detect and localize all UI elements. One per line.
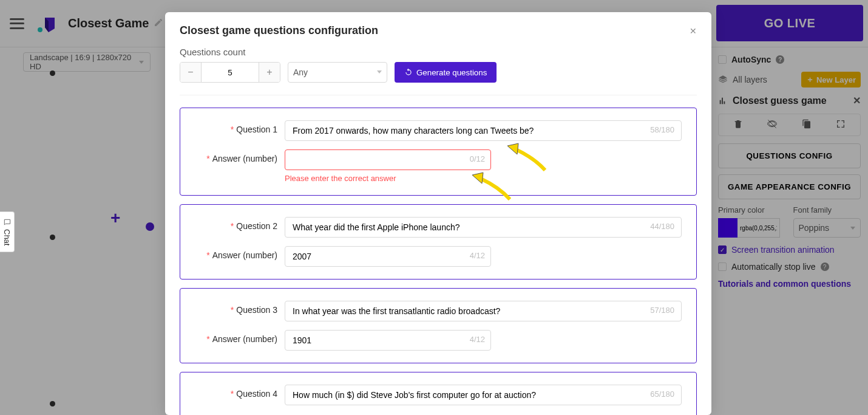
question-card: *Question 3 57/180 *Answer (number) 4/12 [180, 288, 697, 363]
modal-title: Closest game questions configuration [180, 24, 378, 37]
questions-count-stepper: − + [180, 62, 280, 83]
questions-config-modal: Closest game questions configuration ✕ Q… [165, 12, 711, 415]
controls-row: − + Any Generate questions [180, 62, 697, 95]
question-card: *Question 1 58/180 *Answer (number) 0/12… [180, 108, 697, 196]
chat-icon [3, 218, 12, 227]
question-row: *Question 3 57/180 [195, 301, 682, 321]
answer-label: *Answer (number) [195, 246, 285, 260]
category-select[interactable]: Any [288, 62, 387, 83]
char-count: 65/180 [650, 389, 674, 399]
close-modal-icon[interactable]: ✕ [690, 26, 697, 36]
answer-input[interactable] [285, 330, 491, 351]
answer-row: *Answer (number) 4/12 [195, 246, 682, 267]
chat-label: Chat [2, 229, 12, 245]
question-row: *Question 4 65/180 [195, 385, 682, 405]
answer-row: *Answer (number) 4/12 [195, 330, 682, 351]
question-label: *Question 1 [195, 120, 285, 134]
question-row: *Question 2 44/180 [195, 217, 682, 238]
question-input[interactable] [285, 385, 682, 405]
error-message: Please enter the correct answer [285, 174, 682, 183]
question-row: *Question 1 58/180 [195, 120, 682, 141]
modal-body: Questions count − + Any Generate questio… [165, 47, 711, 415]
increment-button[interactable]: + [259, 63, 280, 82]
answer-label: *Answer (number) [195, 330, 285, 344]
question-label: *Question 4 [195, 385, 285, 399]
answer-row: *Answer (number) 0/12 Please enter the c… [195, 149, 682, 183]
question-input[interactable] [285, 120, 682, 141]
questions-count-label: Questions count [180, 47, 697, 57]
category-value: Any [293, 67, 308, 77]
char-count: 57/180 [650, 306, 674, 315]
chat-tab[interactable]: Chat [0, 211, 15, 252]
char-count: 4/12 [470, 335, 485, 344]
generate-button[interactable]: Generate questions [395, 62, 497, 83]
answer-label: *Answer (number) [195, 149, 285, 163]
decrement-button[interactable]: − [180, 63, 201, 82]
question-card: *Question 4 65/180 [180, 372, 697, 415]
char-count: 44/180 [650, 222, 674, 231]
question-card: *Question 2 44/180 *Answer (number) 4/12 [180, 204, 697, 280]
question-label: *Question 2 [195, 217, 285, 231]
refresh-icon [404, 68, 413, 77]
answer-input[interactable] [285, 149, 491, 170]
modal-header: Closest game questions configuration ✕ [165, 12, 711, 47]
char-count: 58/180 [650, 125, 674, 134]
question-input[interactable] [285, 301, 682, 321]
char-count: 0/12 [470, 154, 485, 163]
generate-label: Generate questions [416, 68, 487, 77]
question-input[interactable] [285, 217, 682, 238]
question-label: *Question 3 [195, 301, 285, 315]
char-count: 4/12 [470, 251, 485, 260]
questions-count-input[interactable] [201, 63, 259, 82]
answer-input[interactable] [285, 246, 491, 267]
